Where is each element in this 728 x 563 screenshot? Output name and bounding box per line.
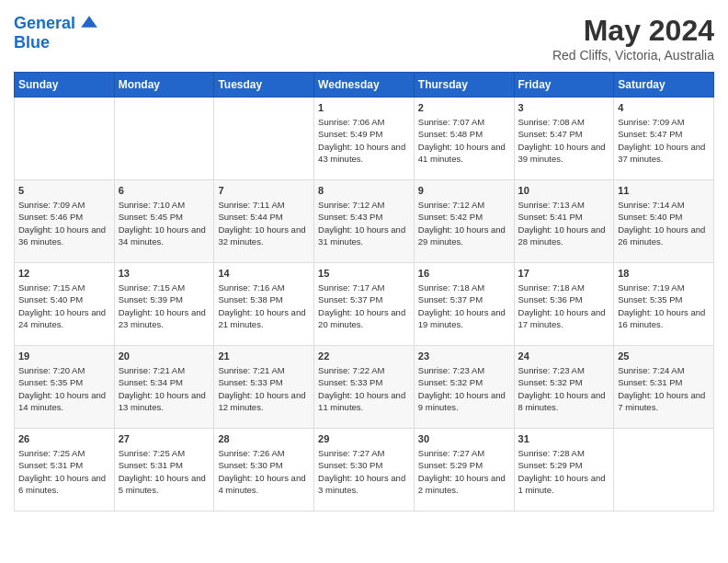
day-info: Sunrise: 7:20 AMSunset: 5:35 PMDaylight:… [18,364,110,413]
day-info: Sunrise: 7:21 AMSunset: 5:33 PMDaylight:… [218,364,310,413]
weekday-header-monday: Monday [114,73,214,98]
weekday-header-row: SundayMondayTuesdayWednesdayThursdayFrid… [15,73,714,98]
calendar-cell: 9Sunrise: 7:12 AMSunset: 5:42 PMDaylight… [414,180,514,263]
calendar-cell: 27Sunrise: 7:25 AMSunset: 5:31 PMDayligh… [114,429,214,511]
logo-text-blue: Blue [14,34,99,52]
calendar-row: 1Sunrise: 7:06 AMSunset: 5:49 PMDaylight… [15,98,714,180]
calendar-cell: 6Sunrise: 7:10 AMSunset: 5:45 PMDaylight… [114,180,214,263]
day-number: 9 [418,185,510,196]
calendar-cell: 21Sunrise: 7:21 AMSunset: 5:33 PMDayligh… [214,346,314,429]
day-info: Sunrise: 7:27 AMSunset: 5:29 PMDaylight:… [418,447,510,496]
day-number: 6 [119,185,210,196]
calendar-row: 26Sunrise: 7:25 AMSunset: 5:31 PMDayligh… [15,429,714,511]
day-info: Sunrise: 7:15 AMSunset: 5:39 PMDaylight:… [119,282,210,330]
calendar-cell: 26Sunrise: 7:25 AMSunset: 5:31 PMDayligh… [15,429,115,511]
day-number: 24 [518,350,610,362]
calendar-cell: 19Sunrise: 7:20 AMSunset: 5:35 PMDayligh… [15,346,115,429]
day-number: 28 [218,433,310,444]
calendar-cell: 18Sunrise: 7:19 AMSunset: 5:35 PMDayligh… [614,263,714,346]
weekday-header-sunday: Sunday [15,73,115,98]
day-info: Sunrise: 7:08 AMSunset: 5:47 PMDaylight:… [518,116,610,165]
calendar-row: 5Sunrise: 7:09 AMSunset: 5:46 PMDaylight… [15,180,714,263]
calendar-cell [114,98,214,180]
day-number: 15 [318,268,410,279]
day-info: Sunrise: 7:27 AMSunset: 5:30 PMDaylight:… [318,447,410,496]
day-info: Sunrise: 7:07 AMSunset: 5:48 PMDaylight:… [418,116,510,165]
day-number: 7 [218,185,310,196]
calendar-cell: 8Sunrise: 7:12 AMSunset: 5:43 PMDaylight… [314,180,415,263]
day-info: Sunrise: 7:23 AMSunset: 5:32 PMDaylight:… [518,364,610,413]
logo-text: General [14,14,99,34]
day-number: 3 [518,102,610,113]
day-info: Sunrise: 7:18 AMSunset: 5:37 PMDaylight:… [418,282,510,330]
calendar-row: 12Sunrise: 7:15 AMSunset: 5:40 PMDayligh… [15,263,714,346]
page-header: General Blue May 2024 Red Cliffs, Victor… [14,14,714,63]
day-info: Sunrise: 7:15 AMSunset: 5:40 PMDaylight:… [18,282,110,330]
calendar-cell [614,429,714,511]
calendar-cell: 31Sunrise: 7:28 AMSunset: 5:29 PMDayligh… [514,429,614,511]
day-number: 18 [618,268,710,279]
calendar-cell: 29Sunrise: 7:27 AMSunset: 5:30 PMDayligh… [314,429,415,511]
day-number: 26 [18,433,110,444]
calendar-cell: 15Sunrise: 7:17 AMSunset: 5:37 PMDayligh… [314,263,415,346]
day-number: 2 [418,102,510,113]
day-number: 14 [218,268,310,279]
day-number: 25 [618,350,710,362]
day-number: 11 [618,185,710,196]
calendar-cell: 28Sunrise: 7:26 AMSunset: 5:30 PMDayligh… [214,429,314,511]
calendar-cell [214,98,314,180]
day-number: 21 [218,350,310,362]
calendar-cell: 11Sunrise: 7:14 AMSunset: 5:40 PMDayligh… [614,180,714,263]
day-number: 19 [18,350,110,362]
calendar-cell: 17Sunrise: 7:18 AMSunset: 5:36 PMDayligh… [514,263,614,346]
day-number: 4 [618,102,710,113]
day-info: Sunrise: 7:06 AMSunset: 5:49 PMDaylight:… [318,116,410,165]
calendar-cell [15,98,115,180]
day-number: 8 [318,185,410,196]
day-info: Sunrise: 7:22 AMSunset: 5:33 PMDaylight:… [318,364,410,413]
title-block: May 2024 Red Cliffs, Victoria, Australia [552,14,714,63]
calendar-cell: 20Sunrise: 7:21 AMSunset: 5:34 PMDayligh… [114,346,214,429]
day-info: Sunrise: 7:12 AMSunset: 5:42 PMDaylight:… [418,199,510,247]
day-info: Sunrise: 7:28 AMSunset: 5:29 PMDaylight:… [518,447,610,496]
day-number: 16 [418,268,510,279]
day-number: 22 [318,350,410,362]
day-number: 12 [18,268,110,279]
logo: General Blue [14,14,99,52]
day-number: 10 [518,185,610,196]
calendar-cell: 23Sunrise: 7:23 AMSunset: 5:32 PMDayligh… [414,346,514,429]
day-info: Sunrise: 7:11 AMSunset: 5:44 PMDaylight:… [218,199,310,247]
calendar-cell: 10Sunrise: 7:13 AMSunset: 5:41 PMDayligh… [514,180,614,263]
day-number: 23 [418,350,510,362]
day-info: Sunrise: 7:10 AMSunset: 5:45 PMDaylight:… [119,199,210,247]
calendar-cell: 5Sunrise: 7:09 AMSunset: 5:46 PMDaylight… [15,180,115,263]
weekday-header-friday: Friday [514,73,614,98]
calendar-table: SundayMondayTuesdayWednesdayThursdayFrid… [14,72,714,511]
day-info: Sunrise: 7:18 AMSunset: 5:36 PMDaylight:… [518,282,610,330]
calendar-cell: 7Sunrise: 7:11 AMSunset: 5:44 PMDaylight… [214,180,314,263]
calendar-row: 19Sunrise: 7:20 AMSunset: 5:35 PMDayligh… [15,346,714,429]
day-info: Sunrise: 7:17 AMSunset: 5:37 PMDaylight:… [318,282,410,330]
calendar-cell: 25Sunrise: 7:24 AMSunset: 5:31 PMDayligh… [614,346,714,429]
day-number: 17 [518,268,610,279]
day-number: 5 [18,185,110,196]
day-info: Sunrise: 7:25 AMSunset: 5:31 PMDaylight:… [119,447,210,496]
location: Red Cliffs, Victoria, Australia [552,48,714,63]
svg-marker-0 [81,16,97,27]
day-number: 29 [318,433,410,444]
day-info: Sunrise: 7:25 AMSunset: 5:31 PMDaylight:… [18,447,110,496]
calendar-cell: 12Sunrise: 7:15 AMSunset: 5:40 PMDayligh… [15,263,115,346]
weekday-header-saturday: Saturday [614,73,714,98]
day-info: Sunrise: 7:09 AMSunset: 5:47 PMDaylight:… [618,116,710,165]
day-number: 27 [119,433,210,444]
day-info: Sunrise: 7:23 AMSunset: 5:32 PMDaylight:… [418,364,510,413]
calendar-cell: 14Sunrise: 7:16 AMSunset: 5:38 PMDayligh… [214,263,314,346]
weekday-header-tuesday: Tuesday [214,73,314,98]
day-info: Sunrise: 7:09 AMSunset: 5:46 PMDaylight:… [18,199,110,247]
day-number: 20 [119,350,210,362]
calendar-cell: 3Sunrise: 7:08 AMSunset: 5:47 PMDaylight… [514,98,614,180]
day-number: 31 [518,433,610,444]
day-number: 30 [418,433,510,444]
weekday-header-thursday: Thursday [414,73,514,98]
day-number: 13 [119,268,210,279]
